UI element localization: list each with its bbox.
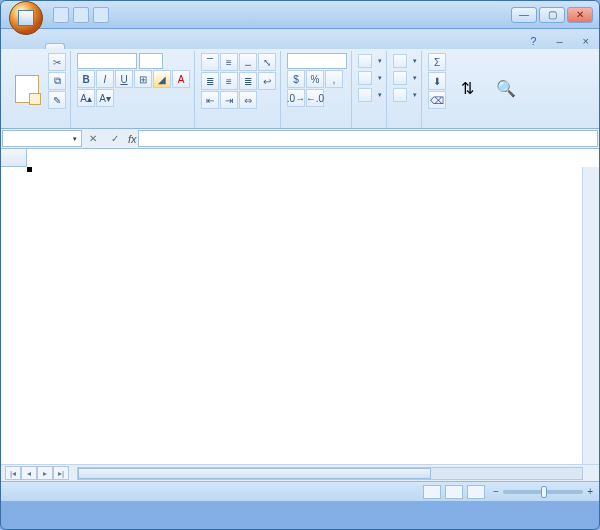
- comma-icon[interactable]: ,: [325, 70, 343, 88]
- prev-sheet-icon[interactable]: ◂: [21, 466, 37, 480]
- cell-styles-button[interactable]: ▾: [358, 87, 382, 103]
- table-icon: [358, 71, 372, 85]
- tab-review[interactable]: [145, 43, 165, 49]
- percent-icon[interactable]: %: [306, 70, 324, 88]
- insert-icon: [393, 54, 407, 68]
- copy-icon[interactable]: ⧉: [48, 72, 66, 90]
- tab-insert[interactable]: [65, 43, 85, 49]
- tab-data[interactable]: [125, 43, 145, 49]
- qat-save-icon[interactable]: [53, 7, 69, 23]
- fill-color-icon[interactable]: ◢: [153, 70, 171, 88]
- name-box[interactable]: ▾: [2, 130, 82, 147]
- fx-icon[interactable]: fx: [128, 133, 137, 145]
- format-cells-button[interactable]: ▾: [393, 87, 417, 103]
- group-number: $ % , .0→ ←.0: [283, 51, 352, 128]
- decrease-indent-icon[interactable]: ⇤: [201, 91, 219, 109]
- title-bar: — ▢ ✕: [1, 1, 599, 29]
- zoom-in-button[interactable]: +: [587, 486, 593, 497]
- group-font: B I U ⊞ ◢ A A▴ A▾: [73, 51, 195, 128]
- align-center-icon[interactable]: ≡: [220, 72, 238, 90]
- normal-view-icon[interactable]: [423, 485, 441, 499]
- format-as-table-button[interactable]: ▾: [358, 70, 382, 86]
- cond-format-icon: [358, 54, 372, 68]
- increase-indent-icon[interactable]: ⇥: [220, 91, 238, 109]
- ribbon: ✂ ⧉ ✎ B I U ⊞ ◢ A A▴ A▾: [1, 49, 599, 129]
- clipboard-icon: [15, 75, 39, 103]
- cancel-formula-icon[interactable]: ✕: [84, 131, 102, 147]
- qat-undo-icon[interactable]: [73, 7, 89, 23]
- vertical-scrollbar[interactable]: [582, 167, 599, 464]
- grow-font-icon[interactable]: A▴: [77, 89, 95, 107]
- ribbon-tabs: ? – ×: [1, 29, 599, 49]
- qat-redo-icon[interactable]: [93, 7, 109, 23]
- worksheet-grid: |◂ ◂ ▸ ▸|: [1, 149, 599, 481]
- delete-cells-button[interactable]: ▾: [393, 70, 417, 86]
- border-icon[interactable]: ⊞: [134, 70, 152, 88]
- orientation-icon[interactable]: ⤡: [258, 53, 276, 71]
- align-bottom-icon[interactable]: ⎽: [239, 53, 257, 71]
- zoom-slider[interactable]: [503, 490, 583, 494]
- tab-view[interactable]: [165, 43, 185, 49]
- find-select-button[interactable]: 🔍: [488, 53, 524, 126]
- decrease-decimal-icon[interactable]: ←.0: [306, 89, 324, 107]
- horizontal-scrollbar[interactable]: [77, 467, 583, 480]
- quick-access-toolbar: [53, 7, 109, 23]
- minimize-button[interactable]: —: [511, 7, 537, 23]
- bold-button[interactable]: B: [77, 70, 95, 88]
- office-button[interactable]: [9, 1, 43, 35]
- insert-cells-button[interactable]: ▾: [393, 53, 417, 69]
- page-layout-view-icon[interactable]: [445, 485, 463, 499]
- autosum-icon[interactable]: Σ: [428, 53, 446, 71]
- tab-home[interactable]: [45, 43, 65, 49]
- currency-icon[interactable]: $: [287, 70, 305, 88]
- zoom-slider-thumb[interactable]: [541, 486, 547, 498]
- font-name-select[interactable]: [77, 53, 137, 69]
- tab-formulas[interactable]: [105, 43, 125, 49]
- italic-button[interactable]: I: [96, 70, 114, 88]
- formula-bar: ▾ ✕ ✓ fx: [1, 129, 599, 149]
- help-icon[interactable]: ?: [520, 31, 546, 49]
- select-all-corner[interactable]: [1, 149, 27, 167]
- format-icon: [393, 88, 407, 102]
- shrink-font-icon[interactable]: A▾: [96, 89, 114, 107]
- tab-page-layout[interactable]: [85, 43, 105, 49]
- page-break-view-icon[interactable]: [467, 485, 485, 499]
- formula-input[interactable]: [138, 130, 598, 147]
- next-sheet-icon[interactable]: ▸: [37, 466, 53, 480]
- ribbon-minimize-icon[interactable]: –: [546, 31, 572, 49]
- row-headers: [1, 167, 27, 464]
- increase-decimal-icon[interactable]: .0→: [287, 89, 305, 107]
- merge-center-icon[interactable]: ⇔: [239, 91, 257, 109]
- align-left-icon[interactable]: ≣: [201, 72, 219, 90]
- ribbon-close-icon[interactable]: ×: [573, 31, 599, 49]
- find-icon: 🔍: [496, 79, 516, 98]
- fill-icon[interactable]: ⬇: [428, 72, 446, 90]
- close-button[interactable]: ✕: [567, 7, 593, 23]
- column-headers: [27, 149, 582, 167]
- sheet-tab-nav: |◂ ◂ ▸ ▸|: [1, 466, 69, 480]
- tab-developer[interactable]: [185, 43, 205, 49]
- number-format-select[interactable]: [287, 53, 347, 69]
- zoom-out-button[interactable]: −: [493, 486, 499, 497]
- wrap-text-icon[interactable]: ↩: [258, 72, 276, 90]
- underline-button[interactable]: U: [115, 70, 133, 88]
- conditional-formatting-button[interactable]: ▾: [358, 53, 382, 69]
- font-size-select[interactable]: [139, 53, 163, 69]
- align-middle-icon[interactable]: ≡: [220, 53, 238, 71]
- cell-styles-icon: [358, 88, 372, 102]
- cells-area[interactable]: [27, 167, 582, 464]
- scroll-thumb[interactable]: [78, 468, 431, 479]
- cut-icon[interactable]: ✂: [48, 53, 66, 71]
- align-right-icon[interactable]: ≣: [239, 72, 257, 90]
- align-top-icon[interactable]: ⎺: [201, 53, 219, 71]
- active-cell-border: [27, 167, 31, 171]
- last-sheet-icon[interactable]: ▸|: [53, 466, 69, 480]
- font-color-icon[interactable]: A: [172, 70, 190, 88]
- sort-filter-button[interactable]: ⇅: [449, 53, 485, 126]
- first-sheet-icon[interactable]: |◂: [5, 466, 21, 480]
- maximize-button[interactable]: ▢: [539, 7, 565, 23]
- clear-icon[interactable]: ⌫: [428, 91, 446, 109]
- enter-formula-icon[interactable]: ✓: [106, 131, 124, 147]
- format-painter-icon[interactable]: ✎: [48, 91, 66, 109]
- paste-button[interactable]: [9, 53, 45, 126]
